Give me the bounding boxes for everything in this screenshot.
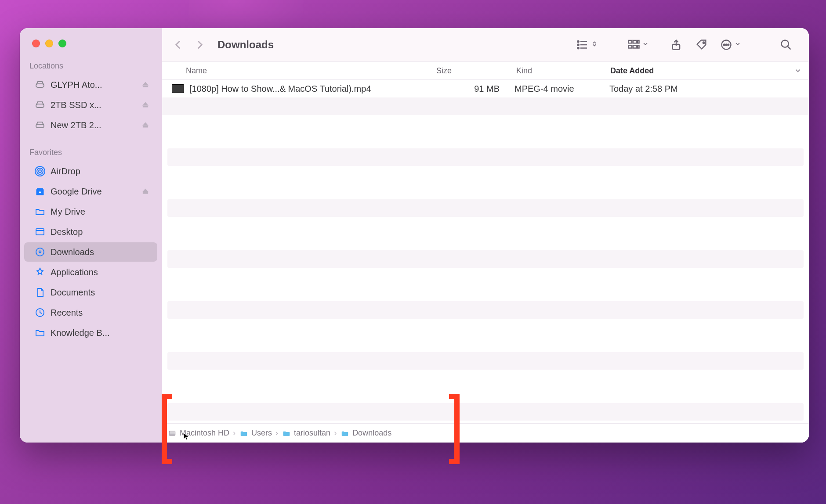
search-button[interactable] — [776, 35, 796, 54]
minimize-window-button[interactable] — [45, 40, 53, 47]
empty-row — [167, 403, 804, 421]
disk-icon — [167, 429, 177, 437]
svg-point-7 — [37, 168, 43, 174]
sidebar-item-label: Documents — [51, 288, 149, 298]
empty-row — [167, 378, 804, 395]
column-headers: Name Size Kind Date Added — [162, 61, 809, 80]
svg-point-6 — [39, 170, 41, 173]
sidebar: Locations GLYPH Ato... 2TB SSD x... New — [20, 28, 162, 443]
sidebar-item-recents[interactable]: Recents — [24, 303, 157, 322]
svg-rect-5 — [143, 126, 148, 127]
path-crumb-label: Downloads — [352, 428, 391, 438]
folder-icon — [34, 205, 46, 218]
svg-rect-10 — [143, 193, 148, 194]
sidebar-item-airdrop[interactable]: AirDrop — [24, 162, 157, 181]
path-separator: › — [233, 428, 235, 438]
sidebar-item-label: Downloads — [51, 247, 149, 257]
sidebar-section-locations: Locations — [20, 61, 162, 74]
empty-row — [167, 327, 804, 344]
forward-button[interactable] — [192, 36, 208, 54]
svg-rect-18 — [633, 40, 637, 43]
applications-icon — [34, 266, 46, 278]
path-crumb-downloads[interactable]: Downloads — [340, 428, 391, 438]
sidebar-item-new-2tb[interactable]: New 2TB 2... — [24, 115, 157, 135]
downloads-icon — [34, 246, 46, 258]
file-name: [1080p] How to Show...& MacOS Tutorial).… — [189, 84, 371, 94]
eject-icon[interactable] — [141, 101, 149, 109]
path-bar: Macintosh HD › Users › tariosultan › — [162, 423, 809, 443]
desktop-icon — [34, 226, 46, 238]
zoom-window-button[interactable] — [58, 40, 66, 47]
path-crumb-user-home[interactable]: tariosultan — [282, 428, 330, 438]
tags-button[interactable] — [692, 35, 711, 54]
sidebar-item-label: Knowledge B... — [51, 328, 149, 338]
svg-rect-21 — [633, 45, 637, 48]
share-button[interactable] — [667, 35, 686, 54]
airdrop-icon — [34, 165, 46, 177]
column-header-date-added[interactable]: Date Added — [603, 62, 809, 79]
close-window-button[interactable] — [32, 40, 40, 47]
chevron-down-icon — [642, 40, 649, 49]
sidebar-item-downloads[interactable]: Downloads — [24, 242, 157, 262]
sidebar-item-label: AirDrop — [51, 166, 149, 176]
back-button[interactable] — [170, 36, 186, 54]
empty-row — [167, 352, 804, 370]
view-mode-list-button[interactable] — [573, 35, 601, 54]
sidebar-item-applications[interactable]: Applications — [24, 263, 157, 282]
svg-point-24 — [703, 42, 705, 43]
path-crumb-disk[interactable]: Macintosh HD — [167, 428, 229, 438]
svg-point-26 — [724, 44, 725, 45]
sidebar-item-google-drive[interactable]: Google Drive — [24, 182, 157, 201]
folder-icon — [239, 429, 249, 437]
eject-icon[interactable] — [141, 121, 149, 129]
sidebar-item-label: My Drive — [51, 207, 149, 217]
google-drive-icon — [34, 185, 46, 198]
column-header-label: Date Added — [610, 66, 654, 76]
svg-point-14 — [577, 41, 579, 42]
empty-row — [167, 199, 804, 217]
desktop-wallpaper-shape — [189, 0, 303, 31]
svg-rect-0 — [36, 84, 44, 87]
sidebar-item-documents[interactable]: Documents — [24, 283, 157, 302]
svg-rect-17 — [629, 40, 632, 43]
svg-rect-22 — [638, 45, 639, 48]
svg-point-15 — [577, 44, 579, 45]
sidebar-item-label: Google Drive — [51, 187, 137, 197]
svg-rect-19 — [638, 40, 639, 43]
documents-icon — [34, 286, 46, 299]
sidebar-item-label: Recents — [51, 308, 149, 318]
path-crumb-users[interactable]: Users — [239, 428, 272, 438]
file-size: 91 MB — [429, 84, 509, 94]
column-header-size[interactable]: Size — [429, 62, 509, 79]
svg-rect-1 — [143, 86, 148, 87]
empty-row — [167, 301, 804, 319]
svg-point-28 — [728, 44, 729, 45]
svg-rect-3 — [143, 106, 148, 107]
column-header-kind[interactable]: Kind — [509, 62, 603, 79]
hard-drive-icon — [34, 79, 46, 91]
eject-icon[interactable] — [141, 81, 149, 89]
sidebar-item-my-drive[interactable]: My Drive — [24, 202, 157, 221]
eject-icon[interactable] — [141, 187, 149, 195]
sidebar-item-desktop[interactable]: Desktop — [24, 222, 157, 241]
action-menu-button[interactable] — [717, 35, 744, 54]
sort-chevron-icon — [794, 67, 802, 75]
folder-icon — [282, 429, 291, 437]
sidebar-item-2tb-ssd[interactable]: 2TB SSD x... — [24, 95, 157, 115]
window-title: Downloads — [217, 39, 274, 51]
file-row[interactable]: [1080p] How to Show...& MacOS Tutorial).… — [162, 80, 809, 97]
sidebar-item-label: New 2TB 2... — [51, 120, 137, 130]
group-button[interactable] — [624, 35, 652, 54]
chevron-updown-icon — [591, 39, 598, 50]
file-date-added: Today at 2:58 PM — [603, 84, 809, 94]
recents-icon — [34, 306, 46, 319]
empty-row — [167, 174, 804, 191]
svg-rect-31 — [169, 433, 175, 436]
sidebar-item-label: GLYPH Ato... — [51, 80, 137, 90]
column-header-name[interactable]: Name — [162, 62, 429, 79]
sidebar-item-knowledge-base[interactable]: Knowledge B... — [24, 323, 157, 342]
sidebar-item-glyph-atom[interactable]: GLYPH Ato... — [24, 75, 157, 94]
toolbar: Downloads — [162, 28, 809, 61]
file-kind: MPEG-4 movie — [509, 84, 603, 94]
file-list: [1080p] How to Show...& MacOS Tutorial).… — [162, 80, 809, 423]
